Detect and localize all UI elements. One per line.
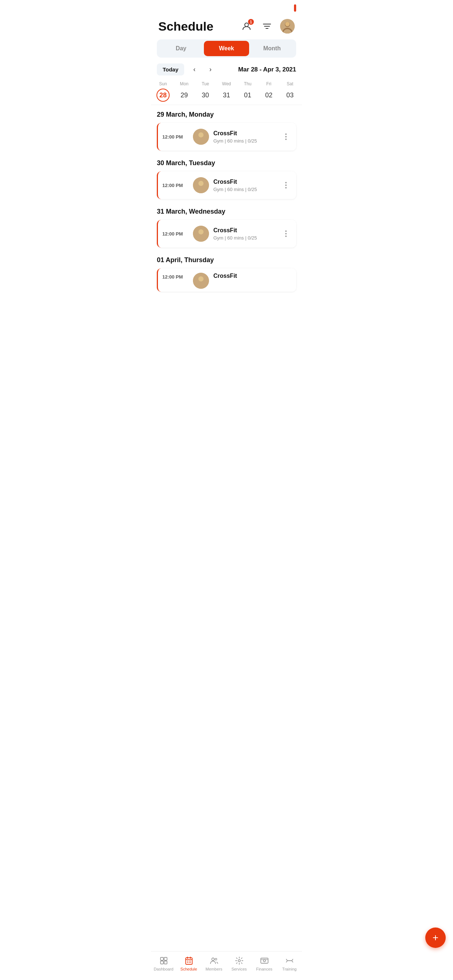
day-section-thursday: 01 April, Thursday 12:00 PM CrossFit	[157, 256, 296, 292]
nav-item-services[interactable]: Services	[226, 955, 252, 973]
day-section-title-wednesday: 31 March, Wednesday	[157, 208, 296, 215]
day-name-mon: Mon	[174, 81, 195, 86]
event-card[interactable]: 12:00 PM CrossFit Gym | 60 mins | 0/25	[157, 171, 296, 199]
event-instructor-avatar	[193, 177, 209, 193]
notification-badge: 1	[248, 19, 254, 25]
dashboard-icon	[159, 956, 169, 966]
day-section-title-thursday: 01 April, Thursday	[157, 256, 296, 264]
day-name-thu: Thu	[237, 81, 258, 86]
bottom-navigation: Dashboard Schedule	[151, 951, 302, 980]
event-info: CrossFit Gym | 60 mins | 0/25	[214, 130, 280, 144]
day-section-wednesday: 31 March, Wednesday 12:00 PM CrossFit Gy…	[157, 208, 296, 248]
event-menu-button[interactable]	[280, 228, 292, 240]
nav-item-dashboard[interactable]: Dashboard	[151, 955, 176, 973]
header: Schedule 1	[151, 16, 302, 40]
notifications-button[interactable]: 1	[239, 19, 254, 33]
event-details: Gym | 60 mins | 0/25	[214, 187, 280, 192]
event-title: CrossFit	[214, 273, 292, 279]
svg-rect-15	[161, 958, 163, 960]
event-info: CrossFit Gym | 60 mins | 0/25	[214, 179, 280, 192]
svg-rect-17	[161, 961, 163, 964]
event-card-truncated[interactable]: 12:00 PM CrossFit	[157, 268, 296, 292]
instructor-avatar-img	[193, 177, 209, 193]
svg-point-6	[285, 22, 290, 26]
svg-point-27	[212, 958, 214, 961]
nav-label-training: Training	[282, 967, 297, 971]
event-instructor-avatar	[193, 226, 209, 242]
nav-item-finances[interactable]: Finances	[252, 955, 277, 973]
schedule-content: 29 March, Monday 12:00 PM CrossFit Gym |…	[151, 108, 302, 337]
svg-point-31	[263, 959, 266, 962]
svg-rect-18	[164, 961, 167, 964]
nav-label-finances: Finances	[256, 967, 273, 971]
view-selector: Day Week Month	[157, 40, 296, 57]
day-num-sat: 03	[283, 89, 297, 102]
event-time: 12:00 PM	[162, 134, 188, 140]
date-range-label: Mar 28 - Apr 3, 2021	[238, 66, 296, 73]
status-indicator	[294, 5, 296, 12]
day-num-thu: 01	[241, 89, 254, 102]
day-col-mon[interactable]: Mon 29	[174, 81, 195, 105]
event-details: Gym | 60 mins | 0/25	[214, 138, 280, 144]
event-menu-button[interactable]	[280, 131, 292, 143]
day-section-monday: 29 March, Monday 12:00 PM CrossFit Gym |…	[157, 111, 296, 151]
event-title: CrossFit	[214, 227, 280, 234]
svg-rect-19	[186, 958, 192, 964]
svg-point-29	[238, 959, 240, 962]
nav-label-services: Services	[231, 967, 247, 971]
nav-item-training[interactable]: Training	[277, 955, 302, 973]
day-num-sun: 28	[156, 89, 170, 102]
event-time: 12:00 PM	[162, 183, 188, 188]
filter-button[interactable]	[260, 19, 274, 33]
nav-label-members: Members	[206, 967, 222, 971]
day-num-tue: 30	[199, 89, 212, 102]
event-info: CrossFit Gym | 60 mins | 0/25	[214, 227, 280, 240]
today-button[interactable]: Today	[157, 64, 184, 75]
event-info: CrossFit	[214, 273, 292, 281]
prev-week-button[interactable]: ‹	[188, 64, 200, 75]
svg-point-10	[198, 181, 204, 186]
training-icon	[285, 956, 294, 966]
svg-point-0	[245, 23, 248, 27]
nav-item-schedule[interactable]: Schedule	[176, 955, 201, 973]
svg-rect-30	[261, 958, 268, 963]
instructor-avatar-img	[193, 129, 209, 145]
day-col-sun[interactable]: Sun 28	[152, 81, 174, 105]
month-view-button[interactable]: Month	[249, 41, 295, 56]
event-card[interactable]: 12:00 PM CrossFit Gym | 60 mins | 0/25	[157, 220, 296, 248]
event-details: Gym | 60 mins | 0/25	[214, 235, 280, 240]
avatar[interactable]	[280, 19, 295, 33]
svg-point-14	[198, 276, 204, 282]
day-section-tuesday: 30 March, Tuesday 12:00 PM CrossFit Gym …	[157, 159, 296, 199]
day-name-sun: Sun	[152, 81, 174, 86]
day-num-wed: 31	[220, 89, 233, 102]
week-day-headers: Sun 28 Mon 29 Tue 30 Wed 31 Thu 01 Fri 0…	[151, 81, 302, 105]
day-col-tue[interactable]: Tue 30	[195, 81, 216, 105]
day-col-sat[interactable]: Sat 03	[279, 81, 301, 105]
day-col-wed[interactable]: Wed 31	[216, 81, 237, 105]
week-view-button[interactable]: Week	[204, 41, 249, 56]
day-name-wed: Wed	[216, 81, 237, 86]
user-avatar-img	[280, 19, 295, 33]
day-num-fri: 02	[262, 89, 275, 102]
instructor-avatar-img	[193, 273, 209, 289]
nav-item-members[interactable]: Members	[201, 955, 226, 973]
day-view-button[interactable]: Day	[158, 41, 204, 56]
svg-rect-16	[164, 958, 167, 960]
event-card[interactable]: 12:00 PM CrossFit Gym | 60 mins | 0/25	[157, 123, 296, 151]
event-time: 12:00 PM	[162, 273, 188, 280]
day-col-fri[interactable]: Fri 02	[258, 81, 279, 105]
svg-point-8	[198, 132, 204, 137]
event-menu-button[interactable]	[280, 180, 292, 191]
svg-point-12	[198, 229, 204, 234]
date-navigation: Today ‹ › Mar 28 - Apr 3, 2021	[151, 64, 302, 81]
finances-icon	[260, 956, 269, 966]
event-title: CrossFit	[214, 179, 280, 185]
day-col-thu[interactable]: Thu 01	[237, 81, 258, 105]
next-week-button[interactable]: ›	[205, 64, 216, 75]
event-time: 12:00 PM	[162, 231, 188, 237]
day-num-mon: 29	[178, 89, 191, 102]
schedule-icon	[184, 956, 194, 966]
nav-label-dashboard: Dashboard	[154, 967, 174, 971]
header-actions: 1	[239, 19, 295, 33]
